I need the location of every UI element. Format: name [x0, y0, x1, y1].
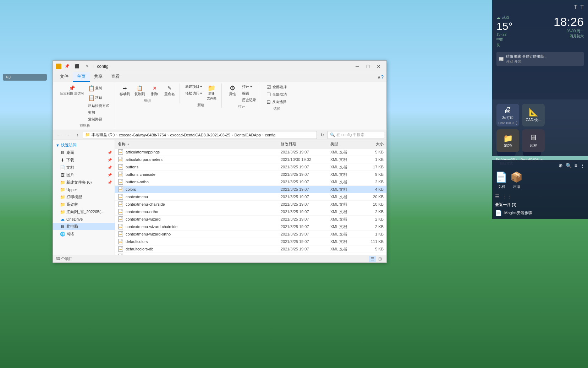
properties-btn[interactable]: ⚙ 属性 [225, 83, 240, 103]
col-header-size[interactable]: 大小 [359, 141, 384, 147]
file-row[interactable]: XML contextmenu-chairside 2021/3/25 19:0… [115, 201, 386, 208]
file-icon-9: XML [118, 216, 123, 222]
app-cad[interactable]: 📐 CAD-快... [522, 104, 545, 126]
app-remote[interactable]: 🖥 远程 [522, 129, 545, 152]
search-box[interactable]: 🔍 在 config 中搜索 [328, 131, 384, 139]
sidebar-item-network[interactable]: 🌐 网络 [53, 230, 115, 238]
svg-text:XML: XML [119, 182, 122, 183]
file-row[interactable]: XML buttons-chairside 2021/3/25 19:07 XM… [115, 171, 386, 178]
copy-to-btn[interactable]: 📋 复制到 [133, 83, 147, 98]
sidebar-item-documents[interactable]: 📄 文档 📌 [53, 164, 115, 171]
new-item-btn[interactable]: 新建项目 ▾ [183, 83, 204, 90]
sidebar-item-new-folder[interactable]: 📁 新建文件夹 (6) 📌 [53, 179, 115, 186]
app-0329[interactable]: 📁 0329 [496, 129, 519, 152]
move-to-btn[interactable]: ➡ 移动到 [118, 83, 132, 98]
notification-row[interactable]: 📰 结婚 搬家 合婚订婚 搬新... 开业 开光 [496, 52, 584, 66]
file-name-1: articulatorparameters [126, 157, 281, 162]
compress-icon[interactable]: 📦 压缩 [510, 171, 523, 189]
right-tool-4[interactable]: ⋮ [580, 163, 585, 168]
refresh-btn[interactable]: ↻ [318, 131, 326, 139]
minimize-btn[interactable]: ─ [352, 62, 362, 71]
col-header-date[interactable]: 修改日期 [281, 141, 330, 147]
file-type-11: XML 文档 [330, 232, 359, 237]
top-icon-1[interactable]: T [574, 4, 577, 11]
copy-to-icon: 📋 [136, 85, 143, 92]
copy-btn[interactable]: 📋 复制 [86, 83, 111, 93]
new-folder-btn[interactable]: 📁 新建文件夹 [204, 83, 219, 102]
delete-btn[interactable]: ✕ 删除 [148, 83, 162, 98]
file-row[interactable]: XML contextmenu-wizard-chairside 2021/3/… [115, 223, 386, 231]
ribbon-help-btn[interactable]: ? [381, 72, 384, 82]
sidebar-item-high-shelf[interactable]: 📁 高架林 [53, 201, 115, 208]
doc-icon[interactable]: 📄 文档 [495, 171, 507, 189]
right-tool-1[interactable]: ⊕ [559, 163, 563, 168]
detail-view-btn[interactable]: ⊞ [377, 256, 384, 262]
pin-to-quick-access-btn[interactable]: 📌 固定到快 速访问 [59, 83, 86, 123]
copy-path-btn[interactable]: 复制路径 [86, 116, 111, 123]
select-all-btn[interactable]: ☑ 全部选择 [265, 83, 288, 91]
quick-access-copy-btn[interactable]: ⬛ [73, 63, 81, 70]
maximize-btn[interactable]: □ [363, 62, 373, 71]
svg-text:XML: XML [119, 167, 122, 168]
sidebar-item-jiangxiangyang[interactable]: 📁 江向阳_雷_202205(… [53, 208, 115, 216]
recent-item[interactable]: 📄 Magics安装步骤 [495, 210, 585, 216]
sidebar-item-desktop[interactable]: 🖥 桌面 📌 [53, 149, 115, 156]
right-tool-3[interactable]: ≡ [575, 163, 577, 168]
file-type-6: XML 文档 [330, 194, 359, 200]
col-header-name[interactable]: 名称 ▲ [118, 141, 281, 147]
open-btn[interactable]: 打开 ▾ [240, 83, 258, 90]
col-header-type[interactable]: 类型 [330, 141, 359, 147]
history-btn[interactable]: 历史记录 [240, 97, 258, 103]
ribbon-collapse-btn[interactable]: ∧ [377, 72, 381, 82]
tab-file[interactable]: 文件 [56, 72, 73, 82]
sidebar-item-pictures[interactable]: 🖼 图片 📌 [53, 171, 115, 179]
file-row[interactable]: XML buttons-ortho 2021/3/25 19:07 XML 文档… [115, 178, 386, 186]
deselect-all-btn[interactable]: ☐ 全部取消 [265, 91, 288, 98]
tab-home[interactable]: 主页 [73, 72, 90, 82]
invert-select-btn[interactable]: ⊟ 反向选择 [265, 98, 288, 105]
easy-access-btn[interactable]: 轻松访问 ▾ [183, 90, 204, 97]
left-btn-1[interactable]: 4.0 [3, 74, 47, 81]
xml-icon-11: XML [118, 231, 123, 237]
sidebar-item-this-pc[interactable]: 🖥 此电脑 [53, 223, 115, 230]
tab-share[interactable]: 共享 [90, 72, 107, 82]
back-btn[interactable]: ← [55, 131, 63, 139]
edit-btn[interactable]: 编辑 [240, 90, 258, 97]
file-row[interactable]: XML defaultcolors-db 2021/3/25 19:07 XML… [115, 245, 386, 253]
forward-btn[interactable]: → [64, 131, 72, 139]
path-part-4: config [265, 133, 275, 137]
file-row[interactable]: XML contextmenu-wizard-ortho 2021/3/25 1… [115, 231, 386, 238]
xml-icon-1: XML [118, 157, 123, 162]
file-row[interactable]: XML articulatormappings 2021/3/25 19:07 … [115, 148, 386, 156]
cut-btn[interactable]: 剪切 [86, 109, 111, 116]
sidebar-item-print-models[interactable]: 📁 打印模型 [53, 193, 115, 201]
file-row[interactable]: XML colors 2021/3/25 19:07 XML 文档 4 KB [115, 186, 386, 193]
right-tool-2[interactable]: 🔍 [566, 163, 572, 168]
sidebar-item-upper[interactable]: 📁 Upper [53, 186, 115, 193]
file-row[interactable]: XML defaultcolors 2021/3/25 19:07 XML 文档… [115, 238, 386, 245]
file-row[interactable]: XML articulatorparameters 2021/10/30 19:… [115, 156, 386, 163]
file-row[interactable]: XML contextmenu 2021/3/25 19:07 XML 文档 2… [115, 193, 386, 201]
path-part-3: DentalCADApp [234, 133, 261, 137]
app-3dprint[interactable]: 🖨 3d打印 (192.168.0...) [496, 104, 519, 126]
close-btn[interactable]: ✕ [374, 62, 384, 71]
file-row[interactable]: XML buttons 2021/3/25 19:07 XML 文档 17 KB [115, 163, 386, 171]
list-icon-1[interactable]: ☰ [495, 194, 500, 199]
sidebar-item-downloads[interactable]: ⬇ 下载 📌 [53, 156, 115, 164]
up-btn[interactable]: ↑ [73, 131, 81, 139]
top-icon-2[interactable]: T [580, 4, 584, 11]
paste-btn[interactable]: 📋 粘贴 [86, 93, 111, 102]
paste-shortcut-btn[interactable]: 粘贴快捷方式 [86, 103, 111, 109]
rename-btn[interactable]: ✎ 重命名 [163, 83, 177, 98]
file-row[interactable]: XML contextmenu-wizard 2021/3/25 19:07 X… [115, 216, 386, 223]
sidebar-quick-access[interactable]: ▼ 快速访问 [53, 141, 115, 149]
file-icon-2: XML [118, 164, 123, 170]
address-path[interactable]: 📁 本地磁盘 (D:) › exocad-Galway-64Bit-7754 ›… [83, 131, 317, 139]
list-view-btn[interactable]: ☰ [369, 256, 376, 262]
tab-view[interactable]: 查看 [107, 72, 124, 82]
quick-access-pin-btn[interactable]: 📌 [64, 63, 71, 70]
sidebar-item-onedrive[interactable]: ☁ OneDrive [53, 216, 115, 223]
file-row[interactable]: XML contextmenu-ortho 2021/3/25 19:07 XM… [115, 208, 386, 216]
quick-access-new-btn[interactable]: ✎ [83, 63, 90, 70]
list-icon-2[interactable]: ⋮⋮ [502, 194, 512, 199]
